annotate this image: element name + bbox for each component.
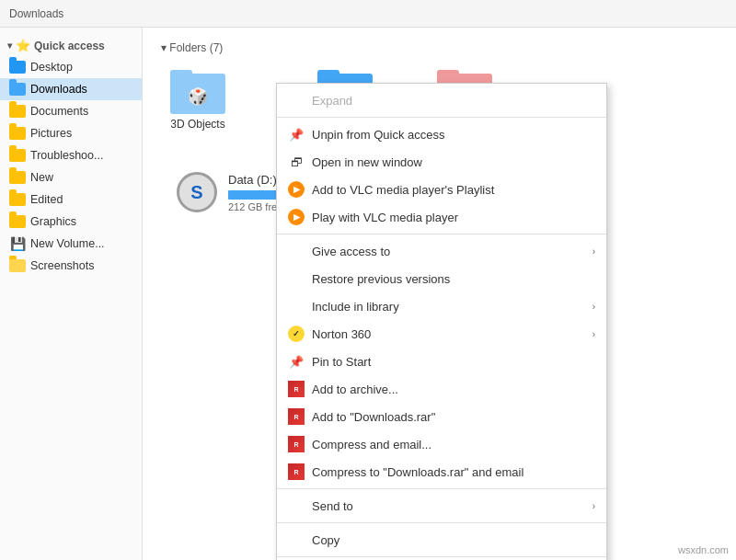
ctx-vlc-play[interactable]: ▶ Play with VLC media player [277,203,606,231]
ctx-include-library[interactable]: Include in library › [277,292,606,320]
access-icon [286,242,306,260]
ctx-norton[interactable]: ✓ Norton 360 › [277,320,606,348]
sidebar-item-desktop[interactable]: Desktop [0,56,142,78]
ctx-separator-1 [277,117,606,118]
quick-access-header: ▾ ⭐ Quick access [0,35,142,56]
sidebar: ▾ ⭐ Quick access Desktop Downloads [0,28,143,560]
new-folder-icon [9,169,26,186]
ctx-open-new-window[interactable]: 🗗 Open in new window [277,148,606,176]
sidebar-item-screenshots[interactable]: Screenshots [0,255,142,277]
ctx-add-archive[interactable]: R Add to archive... [277,375,606,403]
ctx-unpin[interactable]: 📌 Unpin from Quick access [277,120,606,148]
give-access-arrow: › [592,246,595,257]
vlc-play-icon: ▶ [286,208,306,226]
context-menu: Expand 📌 Unpin from Quick access 🗗 Open … [276,83,607,560]
sidebar-item-new[interactable]: New [0,166,142,189]
norton-arrow: › [592,329,595,339]
vlc-playlist-icon: ▶ [286,180,306,199]
sidebar-item-graphics[interactable]: Graphics [0,211,142,233]
ctx-compress-email[interactable]: R Compress and email... [277,430,606,458]
sidebar-item-troubleshoot[interactable]: Troubleshoo... [0,144,142,166]
folders-header: ▾ Folders (7) [156,41,722,54]
ctx-copy[interactable]: Copy [277,526,606,554]
sidebar-item-pictures[interactable]: Pictures [0,122,142,144]
norton-icon: ✓ [286,325,306,343]
send-to-arrow: › [592,501,595,511]
title-bar: Downloads [0,0,736,28]
pin-icon: 📌 [286,125,306,143]
main-content: ▾ Folders (7) 🎲 3D Objects [143,28,736,560]
rar-archive-icon: R [286,380,306,398]
desktop-folder-icon [9,59,26,75]
rar-add-icon: R [286,407,306,426]
ctx-add-rar[interactable]: R Add to "Downloads.rar" [277,403,606,430]
sidebar-item-documents[interactable]: Documents [0,100,142,122]
ctx-compress-rar-email[interactable]: R Compress to "Downloads.rar" and email [277,458,606,486]
screenshots-folder-icon [9,257,26,274]
pin-start-icon: 📌 [286,352,306,371]
ctx-give-access[interactable]: Give access to › [277,237,606,265]
copy-icon [286,531,306,549]
content-area: ▾ ⭐ Quick access Desktop Downloads [0,28,736,560]
ctx-separator-4 [277,522,606,523]
drive-icon: S [175,170,219,214]
graphics-folder-icon [9,213,26,230]
ctx-separator-3 [277,488,606,489]
ctx-pin-start[interactable]: 📌 Pin to Start [277,348,606,375]
folder-3d-objects[interactable]: 🎲 3D Objects [161,70,235,131]
downloads-folder-icon [9,81,26,97]
documents-folder-icon [9,103,26,120]
ctx-separator-5 [277,556,606,557]
ctx-separator-2 [277,234,606,234]
ctx-vlc-playlist[interactable]: ▶ Add to VLC media player's Playlist [277,176,606,203]
window-icon: 🗗 [286,153,306,171]
send-to-icon [286,497,306,515]
sidebar-item-edited[interactable]: Edited [0,189,142,211]
ctx-restore-versions[interactable]: Restore previous versions [277,265,606,292]
library-arrow: › [592,302,595,312]
watermark: wsxdn.com [678,544,729,555]
pictures-folder-icon [9,125,26,142]
new-volume-icon: 💾 [9,235,26,252]
troubleshoot-folder-icon [9,147,26,164]
restore-icon [286,269,306,288]
expand-icon [286,91,306,109]
compress-rar-email-icon: R [286,463,306,481]
compress-email-icon: R [286,435,306,453]
ctx-send-to[interactable]: Send to › [277,492,606,520]
edited-folder-icon [9,191,26,208]
file-explorer: Downloads ▾ ⭐ Quick access Desktop Downl… [0,0,736,560]
sidebar-item-downloads[interactable]: Downloads [0,78,142,100]
ctx-expand[interactable]: Expand [277,86,606,114]
library-icon [286,297,306,315]
sidebar-item-new-volume[interactable]: 💾 New Volume... [0,233,142,255]
